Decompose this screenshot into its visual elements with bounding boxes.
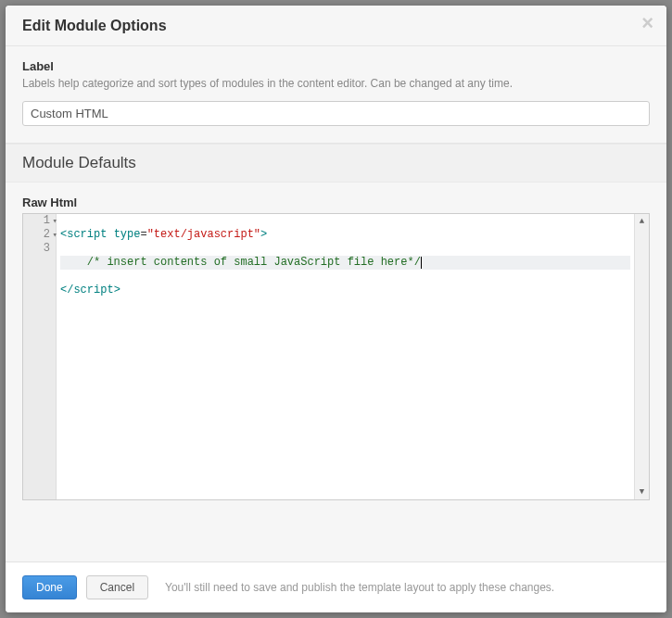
- label-input[interactable]: [22, 101, 650, 126]
- fold-icon[interactable]: ▾: [53, 229, 57, 243]
- code-line: </script>: [60, 284, 630, 297]
- edit-module-dialog: Edit Module Options × Label Labels help …: [6, 6, 666, 612]
- cancel-button[interactable]: Cancel: [86, 575, 148, 599]
- code-line: /* insert contents of small JavaScript f…: [60, 256, 630, 270]
- scroll-down-icon[interactable]: ▼: [635, 485, 649, 499]
- module-defaults-header: Module Defaults: [6, 144, 666, 183]
- scrollbar[interactable]: ▲ ▼: [634, 214, 649, 499]
- code-editor[interactable]: 1▾ 2▾ 3 <script type="text/javascript"> …: [22, 213, 650, 500]
- dialog-body: Label Labels help categorize and sort ty…: [6, 46, 666, 561]
- code-gutter: 1▾ 2▾ 3: [23, 214, 57, 499]
- label-help-text: Labels help categorize and sort types of…: [22, 77, 650, 90]
- dialog-title: Edit Module Options: [22, 18, 650, 34]
- text-cursor: [421, 257, 422, 269]
- dialog-footer: Done Cancel You'll still need to save an…: [6, 561, 666, 612]
- fold-icon[interactable]: ▾: [53, 215, 57, 229]
- scroll-up-icon[interactable]: ▲: [635, 214, 649, 229]
- module-defaults-title: Module Defaults: [22, 154, 650, 172]
- gutter-line: 1▾: [23, 214, 56, 228]
- gutter-line: 3: [23, 242, 56, 256]
- raw-html-label: Raw Html: [22, 195, 650, 209]
- code-area[interactable]: <script type="text/javascript"> /* inser…: [57, 214, 634, 499]
- raw-html-section: Raw Html 1▾ 2▾ 3 <script type="text/java…: [6, 183, 666, 517]
- label-field-label: Label: [22, 59, 650, 73]
- dialog-header: Edit Module Options ×: [6, 6, 666, 46]
- gutter-line: 2▾: [23, 228, 56, 242]
- label-section: Label Labels help categorize and sort ty…: [6, 46, 666, 144]
- done-button[interactable]: Done: [22, 575, 77, 599]
- code-line: <script type="text/javascript">: [60, 228, 630, 242]
- close-icon[interactable]: ×: [641, 13, 653, 33]
- footer-hint: You'll still need to save and publish th…: [165, 581, 554, 594]
